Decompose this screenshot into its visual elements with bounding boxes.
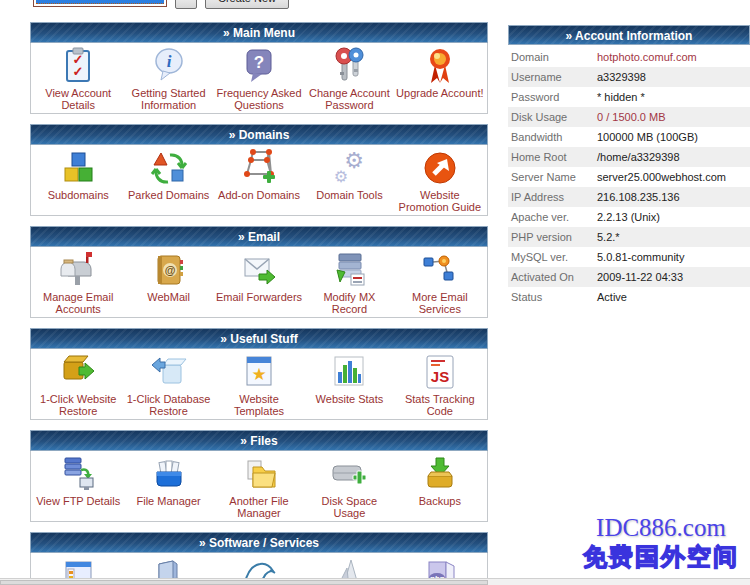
account-row-home-root: Home Root /home/a3329398 [508,147,750,167]
item-label: Stats Tracking Code [395,393,485,417]
gears-icon: ⚙⚙ [329,148,369,188]
box-restore-icon [58,352,98,392]
menu-item-modify-mx-record[interactable]: Modify MX Record [304,250,394,314]
item-label: File Manager [137,495,201,507]
menu-item-file-manager[interactable]: File Manager [123,454,213,518]
address-book-icon: @ [149,250,189,290]
item-label: More Email Services [395,291,485,315]
watermark-chinese-text: 免费国外空间 [575,542,747,572]
network-cube-icon [239,148,279,188]
section-header-useful-stuff: » Useful Stuff [30,328,488,349]
menu-item-getting-started[interactable]: i Getting Started Information [123,46,213,110]
menu-item-subdomains[interactable]: Subdomains [33,148,123,212]
horizontal-scrollbar[interactable] [0,578,750,585]
item-label: Parked Domains [128,189,209,201]
bar-chart-icon [329,352,369,392]
account-info-panel: » Account Information Domain hotphoto.co… [508,25,750,307]
item-label: Upgrade Account! [396,87,483,99]
keys-icon [329,46,369,86]
menu-item-stats-tracking-code[interactable]: JS Stats Tracking Code [395,352,485,416]
menu-item-more-email-services[interactable]: More Email Services [395,250,485,314]
account-info-rows: Domain hotphoto.comuf.com Username a3329… [508,47,750,307]
cubes-icon [58,148,98,188]
section-domains: » Domains Subdomains Parked Domains Add-… [30,124,488,216]
menu-item-view-ftp-details[interactable]: View FTP Details [33,454,123,518]
item-label: Subdomains [48,189,109,201]
domain-value-link[interactable]: hotphoto.comuf.com [597,47,697,67]
menu-item-manage-email-accounts[interactable]: Manage Email Accounts [33,250,123,314]
menu-item-addon-domains[interactable]: Add-on Domains [214,148,304,212]
account-row-server-name: Server Name server25.000webhost.com [508,167,750,187]
svg-text:⚙: ⚙ [334,168,348,185]
svg-text:i: i [166,52,171,71]
item-label: Another File Manager [214,495,304,519]
section-header-email: » Email [30,226,488,247]
menu-item-email-forwarders[interactable]: Email Forwarders [214,250,304,314]
menu-item-1click-database-restore[interactable]: 1-Click Database Restore [123,352,213,416]
account-row-php-version: PHP version 5.2.* [508,227,750,247]
account-row-status: Status Active [508,287,750,307]
item-label: WebMail [147,291,190,303]
item-label: Email Forwarders [216,291,302,303]
promotion-arrow-icon [420,148,460,188]
account-row-username: Username a3329398 [508,67,750,87]
menu-item-website-templates[interactable]: ★ Website Templates [214,352,304,416]
menu-item-faq[interactable]: ? Frequency Asked Questions [214,46,304,110]
menu-item-website-promotion-guide[interactable]: Website Promotion Guide [395,148,485,212]
js-code-icon: JS [420,352,460,392]
menu-item-parked-domains[interactable]: Parked Domains [123,148,213,212]
menu-item-view-account-details[interactable]: ✓✓ View Account Details [33,46,123,110]
account-row-password: Password * hidden * [508,87,750,107]
create-new-button[interactable]: Create New [205,0,289,9]
item-label: View FTP Details [36,495,120,507]
go-button[interactable] [175,0,197,9]
section-useful-stuff: » Useful Stuff 1-Click Website Restore 1… [30,328,488,420]
item-label: Website Templates [214,393,304,417]
clipboard-check-icon: ✓✓ [58,46,98,86]
menu-item-upgrade-account[interactable]: Upgrade Account! [395,46,485,110]
section-files: » Files View FTP Details File Manager An… [30,430,488,522]
item-label: Website Promotion Guide [395,189,485,213]
account-row-domain: Domain hotphoto.comuf.com [508,47,750,67]
server-transfer-icon [58,454,98,494]
mail-server-icon [329,250,369,290]
item-label: 1-Click Website Restore [33,393,123,417]
menu-item-domain-tools[interactable]: ⚙⚙ Domain Tools [304,148,394,212]
cube-restore-icon [149,352,189,392]
item-label: Website Stats [316,393,384,405]
info-bubble-icon: i [149,46,189,86]
account-row-mysql-ver: MySQL ver. 5.0.81-community [508,247,750,267]
item-label: Change Account Password [304,87,394,111]
menu-item-another-file-manager[interactable]: Another File Manager [214,454,304,518]
item-label: Modify MX Record [304,291,394,315]
menu-item-1click-website-restore[interactable]: 1-Click Website Restore [33,352,123,416]
section-main-menu: » Main Menu ✓✓ View Account Details i Ge… [30,22,488,114]
menu-item-disk-space-usage[interactable]: Disk Space Usage [304,454,394,518]
account-row-apache-ver: Apache ver. 2.2.13 (Unix) [508,207,750,227]
folder-icon [239,454,279,494]
domain-input[interactable] [33,0,167,7]
menu-item-website-stats[interactable]: Website Stats [304,352,394,416]
svg-text:?: ? [254,53,264,72]
hard-drive-plus-icon [329,454,369,494]
scrollbar-thumb[interactable] [0,580,488,585]
envelope-forward-icon [239,250,279,290]
main-panel: » Main Menu ✓✓ View Account Details i Ge… [30,22,488,585]
menu-item-backups[interactable]: Backups [395,454,485,518]
mailbox-icon [58,250,98,290]
account-row-activated-on: Activated On 2009-11-22 04:33 [508,267,750,287]
item-label: 1-Click Database Restore [123,393,213,417]
window-star-icon: ★ [239,352,279,392]
section-header-software-services: » Software / Services [30,532,488,553]
menu-item-change-password[interactable]: Change Account Password [304,46,394,110]
item-label: Add-on Domains [218,189,300,201]
watermark: IDC886.com 免费国外空间 [575,514,747,572]
award-ribbon-icon [420,46,460,86]
account-info-header: » Account Information [508,25,750,45]
svg-text:JS: JS [431,368,449,385]
section-email: » Email Manage Email Accounts @ WebMail … [30,226,488,318]
menu-item-webmail[interactable]: @ WebMail [123,250,213,314]
input-text-selection [36,0,164,4]
section-header-files: » Files [30,430,488,451]
recycle-arrows-icon [149,148,189,188]
